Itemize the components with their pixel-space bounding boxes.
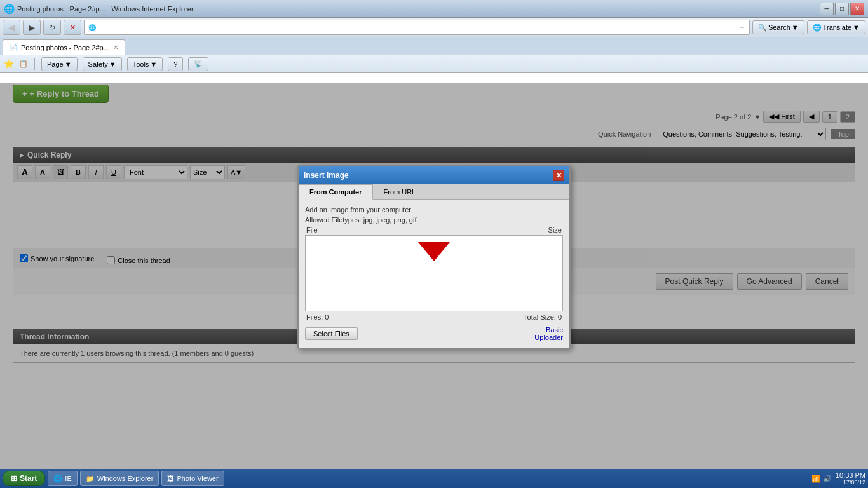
translate-icon: 🌐 bbox=[813, 24, 822, 32]
titlebar: 🌐 Posting photos - Page 2#p... - Windows… bbox=[0, 0, 868, 18]
taskbar-explorer-item[interactable]: 📁 Windows Explorer bbox=[80, 471, 159, 486]
dialog-content: Add an Image from your computer Allowed … bbox=[299, 200, 569, 348]
select-files-button[interactable]: Select Files bbox=[305, 327, 358, 340]
taskbar-right: 📶 🔊 10:33 PM 17/08/12 bbox=[811, 471, 865, 485]
favorites-icon: ⭐ bbox=[4, 59, 14, 69]
rss-button[interactable]: 📡 bbox=[188, 57, 208, 71]
taskbar-photoviewer-item[interactable]: 🖼 Photo Viewer bbox=[161, 471, 224, 486]
modal-overlay: Insert Image ✕ From Computer From URL Ad… bbox=[0, 83, 868, 469]
tab-from-computer[interactable]: From Computer bbox=[299, 184, 373, 200]
chevron-down-icon: ▼ bbox=[150, 60, 157, 68]
titlebar-title: 🌐 Posting photos - Page 2#p... - Windows… bbox=[4, 4, 194, 14]
chevron-down-icon: ▼ bbox=[853, 24, 860, 31]
file-stats: Files: 0 Total Size: 0 bbox=[305, 313, 563, 321]
minimize-button[interactable]: ─ bbox=[820, 3, 834, 15]
ie-icon: 🌐 bbox=[53, 475, 62, 483]
ie-toolbar2: ⭐ 📋 Page ▼ Safety ▼ Tools ▼ ? 📡 bbox=[0, 55, 868, 73]
volume-icon: 🔊 bbox=[823, 475, 832, 483]
stop-button[interactable]: ✕ bbox=[64, 20, 81, 35]
tab-bar: 📄 Posting photos - Page 2#p... ✕ bbox=[0, 37, 868, 55]
dialog-table-header: File Size bbox=[305, 226, 563, 234]
dialog-info-line2: Allowed Filetypes: jpg, jpeg, png, gif bbox=[305, 216, 563, 224]
search-button[interactable]: 🔍 Search ▼ bbox=[752, 20, 804, 34]
ie-logo: 🌐 bbox=[4, 4, 15, 14]
browser-toolbar: ◀ ▶ ↻ ✕ 🌐 http://www.nzhuntingandshootin… bbox=[0, 18, 868, 37]
add-favorites-icon: 📋 bbox=[19, 60, 28, 68]
tab-close-button[interactable]: ✕ bbox=[113, 44, 118, 51]
taskbar-left: ⊞ Start 🌐 IE 📁 Windows Explorer 🖼 Photo … bbox=[3, 471, 224, 486]
tab-from-url[interactable]: From URL bbox=[373, 184, 427, 200]
uploader-link[interactable]: Uploader bbox=[534, 334, 563, 341]
dialog-info-line1: Add an Image from your computer bbox=[305, 206, 563, 214]
chevron-down-icon: ▼ bbox=[65, 60, 72, 68]
dropdown-icon: ▼ bbox=[792, 24, 799, 31]
browser-tab-1[interactable]: 📄 Posting photos - Page 2#p... ✕ bbox=[3, 39, 125, 55]
total-size: Total Size: 0 bbox=[524, 313, 562, 321]
windows-icon: ⊞ bbox=[11, 474, 17, 483]
forward-button[interactable]: ▶ bbox=[23, 20, 41, 35]
restore-button[interactable]: □ bbox=[835, 3, 849, 15]
dialog-tabs: From Computer From URL bbox=[299, 184, 569, 200]
basic-uploader-link[interactable]: Basic Uploader bbox=[534, 326, 563, 341]
address-bar[interactable]: 🌐 http://www.nzhuntingandshooting.co.nz/… bbox=[84, 20, 750, 35]
page-button[interactable]: Page ▼ bbox=[41, 57, 78, 71]
time-display: 10:33 PM bbox=[836, 471, 865, 479]
col-size-label: Size bbox=[548, 226, 562, 234]
tools-button[interactable]: Tools ▼ bbox=[127, 57, 163, 71]
dialog-title: Insert Image bbox=[304, 171, 349, 180]
photo-icon: 🖼 bbox=[167, 475, 174, 482]
translate-button[interactable]: 🌐 Translate ▼ bbox=[807, 20, 865, 34]
refresh-button[interactable]: ↻ bbox=[43, 20, 61, 35]
chevron-down-icon: ▼ bbox=[109, 60, 116, 68]
col-file-label: File bbox=[306, 226, 318, 234]
network-icon: 📶 bbox=[811, 475, 820, 483]
separator bbox=[34, 58, 35, 70]
safety-button[interactable]: Safety ▼ bbox=[83, 57, 122, 71]
dialog-titlebar: Insert Image ✕ bbox=[299, 166, 569, 184]
insert-image-dialog: Insert Image ✕ From Computer From URL Ad… bbox=[297, 165, 571, 349]
page-icon: 📄 bbox=[10, 44, 17, 51]
files-count: Files: 0 bbox=[306, 313, 329, 321]
date-display: 17/08/12 bbox=[836, 479, 865, 485]
select-files-row: Select Files Basic Uploader bbox=[305, 326, 563, 341]
titlebar-controls[interactable]: ─ □ ✕ bbox=[820, 3, 864, 15]
back-button[interactable]: ◀ bbox=[3, 20, 20, 35]
taskbar-ie-item[interactable]: 🌐 IE bbox=[48, 471, 77, 486]
system-tray: 📶 🔊 bbox=[811, 475, 832, 483]
search-icon: 🔍 bbox=[758, 24, 767, 32]
taskbar: ⊞ Start 🌐 IE 📁 Windows Explorer 🖼 Photo … bbox=[0, 469, 868, 488]
help-button[interactable]: ? bbox=[168, 57, 183, 71]
close-button[interactable]: ✕ bbox=[850, 3, 864, 15]
clock: 10:33 PM 17/08/12 bbox=[836, 471, 865, 485]
start-button[interactable]: ⊞ Start bbox=[3, 471, 45, 486]
go-icon: → bbox=[738, 24, 745, 31]
dialog-close-button[interactable]: ✕ bbox=[553, 170, 564, 181]
file-drop-area[interactable] bbox=[305, 235, 563, 311]
arrow-head bbox=[418, 242, 450, 261]
basic-link[interactable]: Basic bbox=[546, 326, 563, 334]
lock-icon: 🌐 bbox=[88, 24, 96, 31]
address-input[interactable]: http://www.nzhuntingandshooting.co.nz/f3… bbox=[98, 24, 736, 31]
folder-icon: 📁 bbox=[86, 475, 95, 483]
